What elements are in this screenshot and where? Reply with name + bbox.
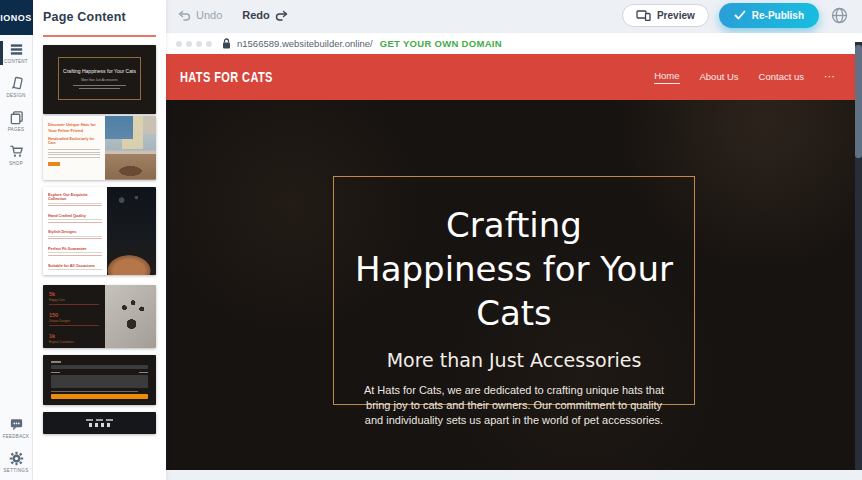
site-header[interactable]: HATS FOR CATS Home About Us Contact us ⋯ <box>166 54 862 100</box>
lock-icon <box>222 38 231 49</box>
thumbnail-hero-subtitle: More than Just Accessories <box>81 78 118 82</box>
sidebar-item-label: CONTENT <box>4 59 28 64</box>
devices-icon <box>636 10 651 21</box>
site-nav: Home About Us Contact us ⋯ <box>654 70 836 85</box>
stat-label: Repeat Customers <box>49 340 99 344</box>
globe-icon <box>831 7 848 24</box>
nav-item-home[interactable]: Home <box>654 70 679 84</box>
pages-icon <box>9 110 24 125</box>
section-thumbnail-hero[interactable]: Crafting Happiness for Your Cats More th… <box>43 45 156 114</box>
thumbnail-text-lines <box>48 149 100 158</box>
ionos-logo[interactable]: IONOS <box>0 0 33 35</box>
section-thumbnail-footer[interactable] <box>43 412 156 434</box>
editor-toolbar: Undo Redo Preview <box>166 0 862 30</box>
thumbnail-intro-text: Discover Unique Hats for Your Feline Fri… <box>43 116 105 180</box>
form-label-row <box>51 372 148 374</box>
section-thumbnail-stats[interactable]: 5kHappy Cats 150Unique Designs 1kRepeat … <box>43 285 156 348</box>
cart-icon <box>9 144 24 159</box>
section-thumbnail-list: Crafting Happiness for Your Cats More th… <box>43 45 156 434</box>
redo-icon <box>275 10 288 21</box>
footer-social-icons-shape <box>89 423 111 427</box>
hero-heading[interactable]: Crafting Happiness for Your Cats <box>354 203 674 336</box>
republish-label: Re-Publish <box>752 10 804 21</box>
page-content-panel: Page Content Crafting Happiness for Your… <box>33 0 166 480</box>
stat-value: 150 <box>49 312 99 318</box>
form-finetext-shape <box>51 391 138 392</box>
sidebar-item-shop[interactable]: SHOP <box>0 137 33 171</box>
section-thumbnail-features[interactable]: Explore Our Exquisite Collection Hand Cr… <box>43 187 156 275</box>
feedback-icon <box>9 417 24 432</box>
thumbnail-button-shape <box>48 162 60 166</box>
stat-value: 1k <box>49 333 99 339</box>
sidebar-item-settings[interactable]: SETTINGS <box>0 444 33 478</box>
app-window: IONOS CONTENT DESIGN PAGES <box>0 0 862 480</box>
thumbnail-hero-title: Crafting Happiness for Your Cats <box>63 68 136 75</box>
hero-paragraph[interactable]: At Hats for Cats, we are dedicated to cr… <box>364 383 665 429</box>
site-url[interactable]: n1566589.websitebuilder.online/ <box>237 38 373 49</box>
form-submit-shape <box>51 394 148 399</box>
undo-icon <box>178 10 191 21</box>
sidebar-item-label: PAGES <box>8 127 25 132</box>
stat-value: 5k <box>49 291 99 297</box>
thumbnail-paw-print-photo <box>105 285 156 348</box>
get-domain-link[interactable]: GET YOUR OWN DOMAIN <box>380 38 502 49</box>
hero-section[interactable]: Crafting Happiness for Your Cats More th… <box>166 100 862 470</box>
undo-button[interactable]: Undo <box>178 9 222 21</box>
nav-item-contact[interactable]: Contact us <box>759 71 804 84</box>
footer-links-shape <box>86 419 113 421</box>
sidebar-item-pages[interactable]: PAGES <box>0 103 33 137</box>
form-textarea-shape <box>51 375 148 388</box>
form-input-shape <box>51 365 148 369</box>
thumbnail-orange-cat-photo <box>107 187 156 275</box>
site-canvas: HATS FOR CATS Home About Us Contact us ⋯… <box>166 54 862 470</box>
canvas-bottom-gap <box>166 470 862 480</box>
redo-button[interactable]: Redo <box>242 9 288 21</box>
thumbnail-hero-frame: Crafting Happiness for Your Cats More th… <box>58 57 141 100</box>
preview-label: Preview <box>657 10 695 21</box>
stat-label: Unique Designs <box>49 319 99 323</box>
sidebar-item-content[interactable]: CONTENT <box>0 35 33 69</box>
form-label-shape <box>51 361 61 363</box>
design-icon <box>9 76 24 91</box>
editor-main: Undo Redo Preview <box>166 0 862 480</box>
feature-item: Explore Our Exquisite Collection <box>48 193 102 201</box>
thumbnail-text-lines <box>62 85 137 90</box>
thumbnail-intro-heading: Discover Unique Hats for Your Feline Fri… <box>48 122 100 133</box>
stat-label: Happy Cats <box>49 298 99 302</box>
thumbnail-stats-list: 5kHappy Cats 150Unique Designs 1kRepeat … <box>43 285 105 348</box>
thumbnail-cat-street-photo <box>105 116 156 180</box>
section-thumbnail-intro[interactable]: Discover Unique Hats for Your Feline Fri… <box>43 116 156 180</box>
redo-label: Redo <box>242 9 270 21</box>
sidebar-item-label: DESIGN <box>6 93 25 98</box>
nav-item-about[interactable]: About Us <box>700 71 739 84</box>
canvas-scrollbar[interactable] <box>855 42 862 470</box>
mock-browser-bar: n1566589.websitebuilder.online/ GET YOUR… <box>166 33 862 54</box>
sidebar-item-label: FEEDBACK <box>3 434 30 439</box>
site-logo[interactable]: HATS FOR CATS <box>180 70 273 85</box>
feature-item: Suitable for All Occasions <box>48 264 102 268</box>
feature-item: Stylish Designs <box>48 230 102 234</box>
scrollbar-thumb[interactable] <box>855 45 862 158</box>
language-globe-button[interactable] <box>831 7 848 24</box>
sidebar-item-design[interactable]: DESIGN <box>0 69 33 103</box>
check-icon <box>734 10 746 20</box>
republish-button[interactable]: Re-Publish <box>719 3 819 28</box>
feature-item: Perfect Fit Guarantee <box>48 247 102 251</box>
icon-rail: IONOS CONTENT DESIGN PAGES <box>0 0 33 480</box>
feature-item: Hand Crafted Quality <box>48 214 102 218</box>
thumbnail-features-list: Explore Our Exquisite Collection Hand Cr… <box>43 187 107 275</box>
hero-framed-box: Crafting Happiness for Your Cats More th… <box>333 176 695 405</box>
section-thumbnail-contact-form[interactable] <box>43 355 156 405</box>
active-indicator <box>0 41 3 65</box>
sidebar-item-label: SETTINGS <box>4 468 29 473</box>
panel-title: Page Content <box>43 10 156 24</box>
gear-icon <box>9 451 24 466</box>
panel-title-underline <box>43 35 156 37</box>
hero-subheading[interactable]: More than Just Accessories <box>354 349 674 371</box>
thumbnail-intro-subheading: Handcrafted Exclusively for Cats <box>48 137 100 145</box>
preview-button[interactable]: Preview <box>622 4 709 27</box>
nav-more-button[interactable]: ⋯ <box>824 70 836 85</box>
sidebar-item-label: SHOP <box>9 161 23 166</box>
window-dots <box>176 41 212 47</box>
sidebar-item-feedback[interactable]: FEEDBACK <box>0 410 33 444</box>
